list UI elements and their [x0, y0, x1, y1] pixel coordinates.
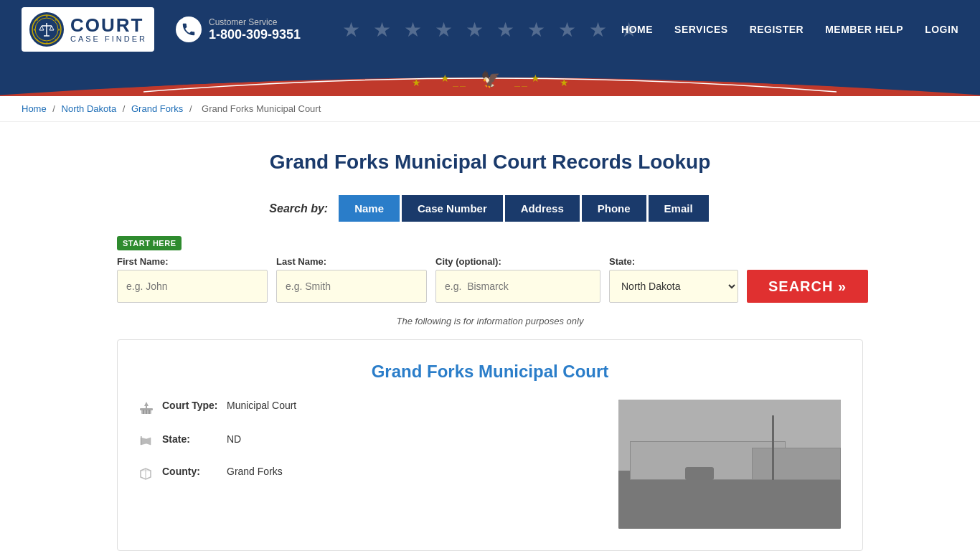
svg-text:★: ★	[440, 72, 450, 84]
ribbon-area: ★ ★ ★ ★ 🦅 — — — —	[0, 59, 980, 96]
court-details-left: Court Type: Municipal Court State: N	[139, 400, 597, 529]
svg-rect-28	[141, 436, 142, 445]
breadcrumb-sep-3: /	[189, 103, 194, 114]
court-image	[618, 400, 841, 529]
tab-case-number[interactable]: Case Number	[402, 195, 503, 222]
last-name-input[interactable]	[276, 270, 427, 303]
logo-text: COURT CASE FINDER	[70, 16, 147, 43]
bw-scene	[618, 400, 841, 529]
breadcrumb-grand-forks[interactable]: Grand Forks	[131, 103, 183, 114]
state-group: State: North Dakota Alabama Alaska Arizo…	[609, 256, 738, 303]
county-row: County: Grand Forks	[139, 466, 597, 484]
svg-text:★: ★	[55, 18, 57, 22]
first-name-group: First Name:	[117, 256, 268, 303]
customer-service: Customer Service 1-800-309-9351	[176, 17, 301, 42]
state-select[interactable]: North Dakota Alabama Alaska Arizona Cali…	[609, 270, 738, 303]
svg-rect-25	[143, 410, 144, 414]
tab-address[interactable]: Address	[505, 195, 580, 222]
state-icon	[139, 435, 154, 451]
breadcrumb-home[interactable]: Home	[22, 103, 47, 114]
court-type-content: Court Type: Municipal Court	[162, 400, 296, 411]
court-details-layout: Court Type: Municipal Court State: N	[139, 400, 841, 529]
city-group: City (optional):	[435, 256, 600, 303]
svg-text:★: ★	[55, 38, 57, 42]
court-card-title: Grand Forks Municipal Court	[139, 362, 841, 382]
svg-text:★: ★	[531, 72, 540, 84]
cs-label: Customer Service	[209, 17, 301, 27]
breadcrumb-sep-2: /	[123, 103, 128, 114]
first-name-input[interactable]	[117, 270, 268, 303]
search-tabs-row: Search by: Name Case Number Address Phon…	[117, 195, 863, 222]
cs-text: Customer Service 1-800-309-9351	[209, 17, 301, 42]
svg-text:★: ★	[36, 38, 39, 42]
svg-text:★: ★	[412, 77, 421, 88]
search-by-label: Search by:	[269, 202, 328, 215]
last-name-group: Last Name:	[276, 256, 427, 303]
state-row: State: ND	[139, 433, 597, 451]
cs-phone: 1-800-309-9351	[209, 27, 301, 42]
state-detail-val: ND	[227, 433, 241, 445]
county-content: County: Grand Forks	[162, 466, 283, 477]
svg-rect-27	[149, 410, 150, 414]
state-label: State:	[609, 256, 738, 267]
svg-text:★: ★	[560, 77, 569, 88]
ribbon-svg: ★ ★ ★ ★ 🦅 — — — —	[0, 59, 980, 96]
breadcrumb: Home / North Dakota / Grand Forks / Gran…	[0, 96, 980, 122]
svg-rect-26	[146, 410, 147, 414]
bw-pole	[772, 415, 774, 480]
svg-text:— —: — —	[453, 83, 466, 89]
logo-box: ★ ★ ★ ★ ★ ★ ★ ★ COURT CASE FINDER	[22, 7, 154, 52]
court-type-val: Municipal Court	[227, 400, 296, 411]
svg-text:🦅: 🦅	[481, 70, 501, 89]
info-note: The following is for information purpose…	[117, 316, 863, 326]
main-nav: HOME SERVICES REGISTER MEMBER HELP LOGIN	[621, 24, 958, 35]
search-form-area: START HERE First Name: Last Name: City (…	[117, 236, 863, 303]
court-card: Grand Forks Municipal Court	[117, 339, 863, 551]
court-type-key: Court Type:	[162, 400, 220, 411]
county-key: County:	[162, 466, 220, 477]
header-stars: ★★★★★ ★★★★★	[342, 18, 638, 42]
phone-svg	[181, 22, 197, 37]
tab-email[interactable]: Email	[649, 195, 709, 222]
search-button[interactable]: SEARCH »	[747, 270, 868, 303]
court-type-row: Court Type: Municipal Court	[139, 400, 597, 419]
nav-login[interactable]: LOGIN	[925, 24, 958, 35]
city-label: City (optional):	[435, 256, 600, 267]
bw-building-secondary	[752, 448, 841, 480]
page-title: Grand Forks Municipal Court Records Look…	[117, 151, 863, 174]
nav-member-help[interactable]: MEMBER HELP	[825, 24, 903, 35]
last-name-label: Last Name:	[276, 256, 427, 267]
bw-car	[685, 467, 714, 480]
breadcrumb-north-dakota[interactable]: North Dakota	[62, 103, 117, 114]
nav-register[interactable]: REGISTER	[750, 24, 804, 35]
svg-text:— —: — —	[514, 83, 527, 89]
breadcrumb-current: Grand Forks Municipal Court	[202, 103, 321, 114]
start-here-badge: START HERE	[117, 236, 182, 250]
state-detail-key: State:	[162, 433, 220, 445]
logo-emblem: ★ ★ ★ ★ ★ ★ ★ ★	[29, 11, 65, 47]
city-input[interactable]	[435, 270, 600, 303]
phone-icon	[176, 17, 202, 42]
county-icon	[139, 467, 154, 484]
breadcrumb-sep-1: /	[52, 103, 57, 114]
county-val: Grand Forks	[227, 466, 283, 477]
svg-marker-24	[144, 402, 149, 406]
svg-text:★: ★	[36, 18, 39, 22]
state-content: State: ND	[162, 433, 241, 445]
nav-services[interactable]: SERVICES	[674, 24, 728, 35]
first-name-label: First Name:	[117, 256, 268, 267]
tab-phone[interactable]: Phone	[582, 195, 646, 222]
main-content: Grand Forks Municipal Court Records Look…	[95, 122, 885, 551]
logo-area: ★ ★ ★ ★ ★ ★ ★ ★ COURT CASE FINDER	[22, 7, 301, 52]
logo-case-finder-label: CASE FINDER	[70, 34, 147, 43]
tab-name[interactable]: Name	[339, 195, 400, 222]
search-fields-row: First Name: Last Name: City (optional): …	[117, 256, 863, 303]
court-type-icon	[139, 401, 154, 419]
logo-court-label: COURT	[70, 16, 147, 34]
header: ★★★★★ ★★★★★ ★ ★ ★ ★ ★ ★ ★ ★	[0, 0, 980, 59]
